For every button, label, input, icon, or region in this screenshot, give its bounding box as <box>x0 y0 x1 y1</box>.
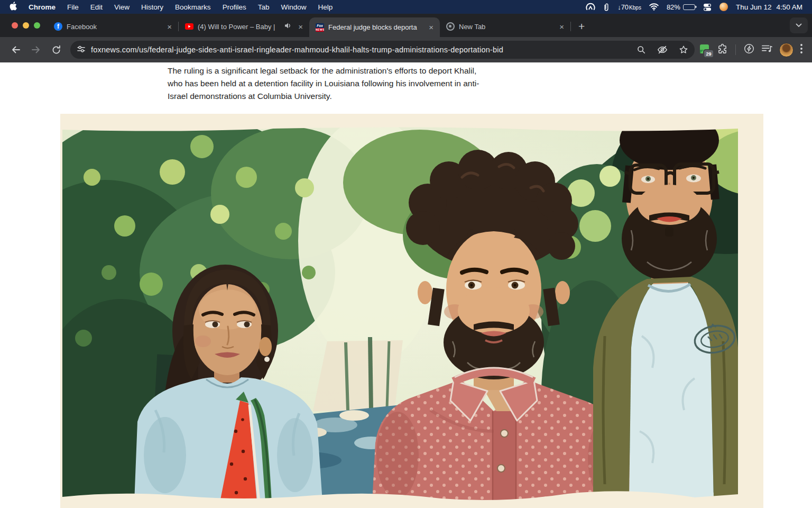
tab-close-button[interactable]: × <box>296 22 305 32</box>
tab-label: Facebook <box>67 23 161 31</box>
article-illustration <box>60 114 763 508</box>
chrome-menu-kebab-icon[interactable] <box>800 43 803 56</box>
menu-view[interactable]: View <box>114 3 130 11</box>
menu-history[interactable]: History <box>141 3 163 11</box>
new-tab-button[interactable]: + <box>571 20 592 37</box>
address-bar[interactable]: foxnews.com/us/federal-judge-sides-anti-… <box>70 41 695 59</box>
minimize-window-button[interactable] <box>23 22 29 29</box>
assistant-icon[interactable] <box>719 3 728 11</box>
audio-playing-icon[interactable] <box>284 22 292 31</box>
menu-window[interactable]: Window <box>281 3 306 11</box>
desktop: { "menubar": { "apple_icon": "apple-logo… <box>0 0 812 508</box>
apple-menu-icon[interactable] <box>10 2 17 12</box>
tab-label: New Tab <box>459 23 553 31</box>
chrome-tab-strip: f Facebook × (4) Will to Power – Baby | … <box>0 14 812 37</box>
extension-badge: 29 <box>703 49 714 58</box>
extensions-puzzle-icon[interactable] <box>717 43 728 57</box>
tab-youtube[interactable]: (4) Will to Power – Baby | × <box>179 16 309 37</box>
youtube-icon <box>185 22 193 31</box>
chrome-icon <box>446 22 455 31</box>
menu-file[interactable]: File <box>67 3 79 11</box>
tab-new-tab[interactable]: New Tab × <box>440 16 570 37</box>
battery-indicator: 82% <box>667 3 695 11</box>
tab-label: (4) Will to Power – Baby | <box>198 23 280 31</box>
vpn-status-icon[interactable] <box>586 3 595 12</box>
toolbar-separator <box>735 44 736 55</box>
window-controls <box>0 14 48 37</box>
network-speed: ↓70Kbps <box>617 3 641 11</box>
tab-close-button[interactable]: × <box>427 22 436 32</box>
back-button[interactable] <box>7 41 25 59</box>
facebook-icon: f <box>54 22 62 31</box>
forward-button[interactable] <box>27 41 45 59</box>
tab-close-button[interactable]: × <box>165 22 174 32</box>
menu-app-name[interactable]: Chrome <box>29 3 56 11</box>
macos-menu-bar: Chrome File Edit View History Bookmarks … <box>0 0 812 14</box>
paperclip-icon[interactable] <box>603 3 610 12</box>
zoom-window-button[interactable] <box>34 22 40 29</box>
control-center-icon[interactable] <box>703 3 712 11</box>
tab-search-chevron-button[interactable] <box>790 17 808 33</box>
watercolor-artwork <box>60 114 763 508</box>
foxnews-icon: Fox NEWS <box>316 23 324 32</box>
adblock-extension-icon[interactable]: 29 <box>700 44 710 55</box>
tab-label: Federal judge blocks deporta <box>328 23 422 31</box>
media-controls-icon[interactable] <box>761 44 773 56</box>
reload-button[interactable] <box>47 41 65 59</box>
menu-help[interactable]: Help <box>318 3 333 11</box>
tab-close-button[interactable]: × <box>557 22 566 32</box>
menu-edit[interactable]: Edit <box>90 3 103 11</box>
reading-mode-hidden-icon[interactable] <box>654 42 670 58</box>
menu-bookmarks[interactable]: Bookmarks <box>175 3 211 11</box>
zoom-page-icon[interactable] <box>633 42 649 58</box>
tab-facebook[interactable]: f Facebook × <box>48 16 178 37</box>
wifi-icon[interactable] <box>649 3 659 11</box>
tab-active-foxnews[interactable]: Fox NEWS Federal judge blocks deporta × <box>309 17 440 37</box>
article-paragraph: The ruling is a significant legal setbac… <box>168 65 482 103</box>
menu-clock: Thu Jun 12 4:50 AM <box>736 3 802 11</box>
menu-tab[interactable]: Tab <box>258 3 270 11</box>
close-window-button[interactable] <box>12 22 18 29</box>
site-settings-icon[interactable] <box>77 44 86 56</box>
bookmark-star-icon[interactable] <box>676 42 691 58</box>
chrome-toolbar: foxnews.com/us/federal-judge-sides-anti-… <box>0 37 812 62</box>
page-content: The ruling is a significant legal setbac… <box>0 62 812 508</box>
profile-avatar[interactable] <box>779 43 793 57</box>
menu-profiles[interactable]: Profiles <box>223 3 246 11</box>
url-text[interactable]: foxnews.com/us/federal-judge-sides-anti-… <box>91 46 628 54</box>
performance-icon[interactable] <box>743 43 755 57</box>
